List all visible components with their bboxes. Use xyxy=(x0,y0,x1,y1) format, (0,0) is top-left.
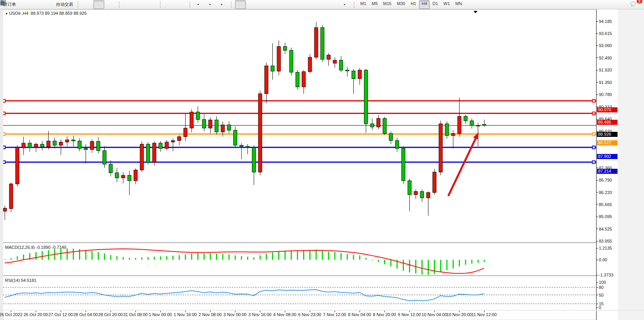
crosshair-button[interactable] xyxy=(247,0,258,9)
timeframe-button-M15[interactable]: M15 xyxy=(381,0,394,9)
candle-up xyxy=(221,125,225,132)
hline-handle[interactable] xyxy=(593,100,595,102)
data-window-button[interactable] xyxy=(18,0,29,9)
rsi-tick: 80 xyxy=(599,285,604,290)
trend-arrow[interactable] xyxy=(448,136,477,196)
axis-tick-mark xyxy=(597,131,598,131)
price-tick: 86.790 xyxy=(599,178,612,182)
arrow-tools-button[interactable]: ▼ xyxy=(340,0,351,9)
zoom-in-button[interactable] xyxy=(123,0,134,9)
axis-tick-mark xyxy=(597,192,598,192)
horizontal-line-button[interactable] xyxy=(270,0,281,9)
axis-tick-mark xyxy=(597,282,598,283)
period-menu-button[interactable]: ▼ xyxy=(205,0,216,9)
timeframe-button-D1[interactable]: D1 xyxy=(430,0,440,9)
dropdown-caret: ▼ xyxy=(209,3,211,6)
candle-up xyxy=(184,128,187,136)
timeframe-button-M1[interactable]: M1 xyxy=(358,0,369,9)
hline-handle[interactable] xyxy=(593,133,595,135)
candle-up xyxy=(134,170,137,181)
candle-down xyxy=(215,120,218,132)
macd-tick: 0.00 xyxy=(599,257,607,262)
cursor-button[interactable] xyxy=(235,0,246,9)
candle-down xyxy=(352,71,355,79)
axis-tick-mark xyxy=(597,217,598,217)
rsi-tick: 0 xyxy=(599,305,601,310)
tile-windows-button[interactable] xyxy=(146,0,157,9)
price-tick: 86.220 xyxy=(599,190,612,195)
candle-down xyxy=(470,121,474,126)
timeframe-button-H4[interactable]: H4 xyxy=(419,0,429,9)
candle-down xyxy=(483,124,486,126)
axis-tick-mark xyxy=(597,229,598,229)
hline-handle[interactable] xyxy=(593,161,595,164)
candle-up xyxy=(277,47,281,72)
dropdown-caret: ▼ xyxy=(220,3,223,6)
candle-down xyxy=(402,149,405,181)
price-tick: 90.780 xyxy=(599,92,612,97)
price-chart-canvas[interactable] xyxy=(3,10,596,243)
time-tick-label: 4 Nov 08:00 xyxy=(273,312,296,317)
dropdown-caret: ▼ xyxy=(197,3,200,6)
rsi-canvas[interactable] xyxy=(3,277,596,310)
axis-tick-mark xyxy=(597,204,598,205)
axis-tick-mark xyxy=(597,94,598,95)
hline-handle[interactable] xyxy=(593,146,595,149)
price-tick: 84.525 xyxy=(599,227,612,231)
price-tag-87.214: 87.214 xyxy=(597,169,618,174)
candle-up xyxy=(9,184,13,209)
rsi-panel[interactable]: RSI(14) 54.5181 xyxy=(3,277,596,310)
toolbar-separator xyxy=(231,2,233,8)
notifications-button[interactable]: 1 xyxy=(630,0,640,9)
candle-down xyxy=(109,164,112,173)
autotrade-button[interactable]: 自动交易 xyxy=(53,0,75,9)
macd-canvas[interactable] xyxy=(3,244,596,276)
toolbar-separator xyxy=(190,2,192,8)
line-chart-button[interactable] xyxy=(105,0,116,9)
timeframe-button-M30[interactable]: M30 xyxy=(395,0,407,9)
candle-up xyxy=(22,143,25,148)
timeframe-button-W1[interactable]: W1 xyxy=(441,0,453,9)
candlestick-chart-button[interactable] xyxy=(93,0,104,9)
axis-tick-mark xyxy=(597,180,598,180)
candle-down xyxy=(290,50,293,72)
search-button[interactable] xyxy=(618,0,629,9)
trend-arrow-head[interactable] xyxy=(473,132,479,140)
hline-handle[interactable] xyxy=(593,112,595,115)
text-button[interactable]: A xyxy=(317,0,328,9)
text-label-button[interactable]: T xyxy=(328,0,339,9)
time-tick-label: 6 Nov 23:00 xyxy=(298,312,321,317)
vertical-line-button[interactable] xyxy=(258,0,269,9)
hline-handle[interactable] xyxy=(3,133,5,135)
timeframe-button-H1[interactable]: H1 xyxy=(408,0,418,9)
hline-handle[interactable] xyxy=(3,161,5,164)
macd-panel[interactable]: MACD(12,26,9) -0.1890 -0.7749 xyxy=(3,244,596,276)
indicators-button[interactable]: ▼ xyxy=(217,0,228,9)
fibonacci-button[interactable]: F xyxy=(305,0,316,9)
hline-handle[interactable] xyxy=(3,112,5,115)
price-tick: 93.060 xyxy=(599,43,612,48)
hline-handle[interactable] xyxy=(3,100,5,102)
price-axis[interactable]: 94.18593.61593.06092.49091.92091.35090.7… xyxy=(596,9,618,320)
bar-chart-button[interactable] xyxy=(82,0,93,9)
time-tick-label: 2 Nov 08:00 xyxy=(198,312,221,317)
hline-handle[interactable] xyxy=(3,146,5,149)
auto-scroll-button[interactable] xyxy=(164,0,175,9)
timeframe-button-M5[interactable]: M5 xyxy=(369,0,380,9)
profile-button[interactable] xyxy=(30,0,41,9)
time-axis[interactable]: 26 Oct 202226 Oct 20:0027 Oct 12:0028 Oc… xyxy=(3,310,596,319)
price-chart-panel[interactable]: ▼ USOil-,H4 88.973 89.194 88.859 88.926 xyxy=(3,9,596,243)
chart-shift-marker[interactable] xyxy=(474,11,477,13)
trendline-button[interactable] xyxy=(282,0,293,9)
symbol-dropdown-caret[interactable]: ▼ xyxy=(5,12,9,16)
candle-up xyxy=(358,70,361,79)
candle-up xyxy=(451,133,455,136)
timeframe-button-MN[interactable]: MN xyxy=(453,0,464,9)
zoom-out-button[interactable] xyxy=(135,0,146,9)
candle-up xyxy=(140,144,144,170)
chart-shift-button[interactable] xyxy=(176,0,187,9)
new-chart-button[interactable]: ▼ xyxy=(194,0,205,9)
equidistant-channel-button[interactable]: E xyxy=(293,0,304,9)
autotrade-label: 自动交易 xyxy=(56,2,73,7)
signals-button[interactable] xyxy=(42,0,53,9)
